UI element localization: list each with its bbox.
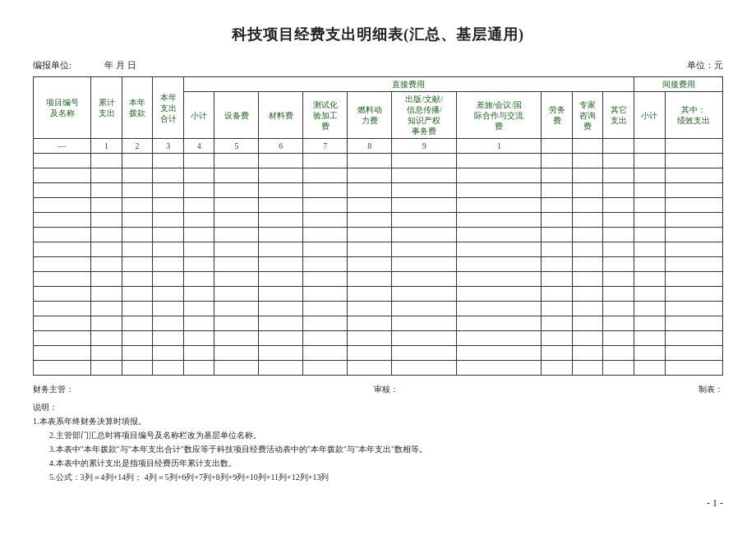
cell-r14-c1 [91, 361, 122, 376]
cell-r12-c13 [603, 331, 634, 346]
cell-r12-c9 [392, 331, 457, 346]
note-line-2: 3.本表中"本年拨款"与"本年支出合计"数应等于科技项目经费活动表中的"本年拨款… [33, 442, 723, 456]
cell-r3-c1 [91, 198, 122, 213]
footer-section: 财务主管： 审核： 制表： 说明： 1.本表系年终财务决算时填报。2.主管部门汇… [33, 384, 723, 484]
cell-r7-c8 [348, 257, 392, 272]
cell-r6-c2 [122, 242, 153, 257]
sign-prepare: 制表： [698, 384, 723, 395]
cell-r3-c13 [603, 198, 634, 213]
cell-r6-c12 [572, 242, 603, 257]
cell-r8-c11 [542, 272, 573, 287]
cell-r13-c2 [122, 346, 153, 361]
cell-r0-c1 [91, 154, 122, 168]
cell-r4-c7 [303, 213, 348, 228]
cell-r12-c12 [572, 331, 603, 346]
cell-r8-c4 [183, 272, 214, 287]
cell-r9-c6 [259, 287, 303, 302]
cell-r13-c8 [348, 346, 392, 361]
footer-notes: 说明： 1.本表系年终财务决算时填报。2.主管部门汇总时将项目编号及名称栏改为基… [33, 400, 723, 484]
cell-r9-c11 [542, 287, 573, 302]
cell-r12-c3 [153, 331, 184, 346]
cell-r6-c13 [603, 242, 634, 257]
note-line-1: 2.主管部门汇总时将项目编号及名称栏改为基层单位名称。 [33, 428, 723, 442]
cell-r1-c4 [183, 168, 214, 183]
cell-r14-c15 [665, 361, 722, 376]
table-row [34, 287, 723, 302]
col-annual-allocation: 本年拨款 [122, 77, 153, 139]
cell-r12-c5 [214, 331, 259, 346]
cell-r1-c2 [122, 168, 153, 183]
cell-r14-c12 [572, 361, 603, 376]
cell-r6-c5 [214, 242, 259, 257]
cell-r6-c15 [665, 242, 722, 257]
cell-r10-c2 [122, 302, 153, 316]
cell-r10-c0 [34, 302, 91, 316]
cell-r6-c11 [542, 242, 573, 257]
cell-r13-c5 [214, 346, 259, 361]
cell-r14-c10 [457, 361, 542, 376]
cell-r13-c6 [259, 346, 303, 361]
cell-r4-c9 [392, 213, 457, 228]
cell-r8-c0 [34, 272, 91, 287]
col-material: 材料费 [259, 92, 303, 139]
cell-r13-c0 [34, 346, 91, 361]
col-travel: 差旅/会议/国际合作与交流费 [457, 92, 542, 139]
cell-r10-c5 [214, 302, 259, 316]
cell-r2-c9 [392, 183, 457, 198]
cell-r1-c1 [91, 168, 122, 183]
cell-r2-c15 [665, 183, 722, 198]
cell-r7-c12 [572, 257, 603, 272]
cell-r14-c9 [392, 361, 457, 376]
cell-r10-c12 [572, 302, 603, 316]
cell-r14-c4 [183, 361, 214, 376]
cell-r11-c3 [153, 316, 184, 331]
cell-r11-c4 [183, 316, 214, 331]
col-fuel: 燃料动力费 [348, 92, 392, 139]
cell-r1-c11 [542, 168, 573, 183]
cell-r9-c4 [183, 287, 214, 302]
cell-r4-c11 [542, 213, 573, 228]
cell-r14-c5 [214, 361, 259, 376]
cell-r12-c10 [457, 331, 542, 346]
cell-r1-c12 [572, 168, 603, 183]
cell-r0-c6 [259, 154, 303, 168]
cell-r10-c6 [259, 302, 303, 316]
table-row [34, 302, 723, 316]
cell-r2-c6 [259, 183, 303, 198]
cell-r10-c15 [665, 302, 722, 316]
table-row [34, 257, 723, 272]
cell-r7-c2 [122, 257, 153, 272]
cell-r7-c15 [665, 257, 722, 272]
idx-11 [542, 139, 573, 154]
cell-r0-c15 [665, 154, 722, 168]
cell-r5-c5 [214, 228, 259, 242]
cell-r0-c3 [153, 154, 184, 168]
date-label: 年 月 日 [104, 59, 136, 71]
cell-r8-c13 [603, 272, 634, 287]
cell-r6-c9 [392, 242, 457, 257]
col-other: 其它支出 [603, 92, 634, 139]
cell-r3-c0 [34, 198, 91, 213]
idx-2: 2 [122, 139, 153, 154]
cell-r6-c8 [348, 242, 392, 257]
cell-r4-c12 [572, 213, 603, 228]
table-row [34, 316, 723, 331]
cell-r1-c7 [303, 168, 348, 183]
cell-r9-c2 [122, 287, 153, 302]
cell-r6-c7 [303, 242, 348, 257]
cell-r10-c7 [303, 302, 348, 316]
cell-r13-c1 [91, 346, 122, 361]
cell-r12-c4 [183, 331, 214, 346]
cell-r0-c0 [34, 154, 91, 168]
cell-r1-c6 [259, 168, 303, 183]
cell-r5-c13 [603, 228, 634, 242]
cell-r0-c7 [303, 154, 348, 168]
cell-r13-c14 [634, 346, 666, 361]
cell-r6-c14 [634, 242, 666, 257]
idx-7: 7 [303, 139, 348, 154]
cell-r14-c8 [348, 361, 392, 376]
cell-r3-c12 [572, 198, 603, 213]
sign-finance: 财务主管： [33, 384, 74, 395]
signature-row: 财务主管： 审核： 制表： [33, 384, 723, 395]
idx-13 [603, 139, 634, 154]
